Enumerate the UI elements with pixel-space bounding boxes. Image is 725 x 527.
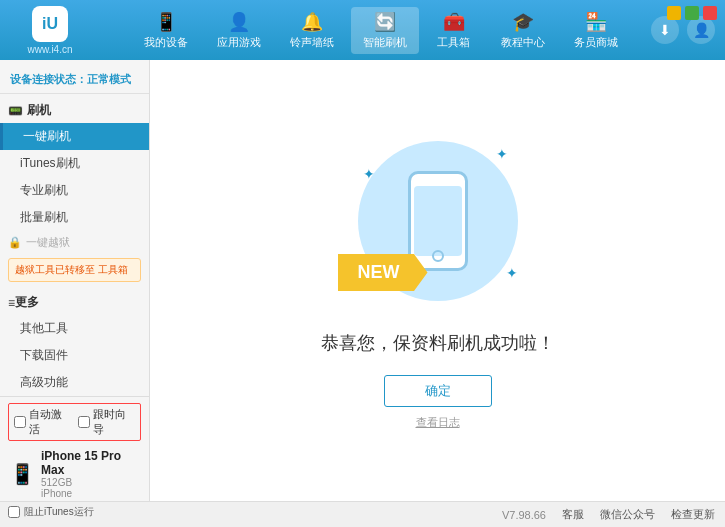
tutorial-icon: 🎓	[512, 11, 534, 33]
status-label: 设备连接状态：	[10, 73, 87, 85]
more-section-icon: ≡	[8, 296, 15, 310]
advanced-label: 高级功能	[20, 375, 68, 389]
sparkle-icon-3: ✦	[506, 265, 518, 281]
success-message: 恭喜您，保资料刷机成功啦！	[321, 331, 555, 355]
other-tools-label: 其他工具	[20, 321, 68, 335]
block-itunes-checkbox[interactable]	[8, 506, 20, 518]
business-icon: 🏪	[585, 11, 607, 33]
flash-section-icon: 📟	[8, 104, 23, 118]
phone-home-button	[432, 250, 444, 262]
ribbon-text: NEW	[358, 262, 400, 282]
nav-tutorial[interactable]: 🎓 教程中心	[489, 7, 557, 54]
nav-business-label: 务员商城	[574, 35, 618, 50]
block-itunes-label: 阻止iTunes运行	[24, 505, 94, 519]
connection-status: 设备连接状态：正常模式	[0, 66, 149, 94]
itunes-row: 阻止iTunes运行	[8, 503, 141, 521]
toolbox-icon: 🧰	[443, 11, 465, 33]
main-nav: 📱 我的设备 👤 应用游戏 🔔 铃声墙纸 🔄 智能刷机 🧰 工具箱 🎓 教程中心…	[110, 7, 651, 54]
new-ribbon: NEW	[338, 254, 428, 291]
device-type: iPhone	[41, 488, 139, 499]
time-guide-checkbox[interactable]	[78, 416, 90, 428]
nav-smart-flash-label: 智能刷机	[363, 35, 407, 50]
nav-tutorial-label: 教程中心	[501, 35, 545, 50]
app-header: iU www.i4.cn 📱 我的设备 👤 应用游戏 🔔 铃声墙纸 🔄 智能刷机…	[0, 0, 725, 60]
user-button[interactable]: 👤	[687, 16, 715, 44]
my-device-icon: 📱	[155, 11, 177, 33]
status-value: 正常模式	[87, 73, 131, 85]
nav-toolbox-label: 工具箱	[437, 35, 470, 50]
phone-screen	[414, 186, 462, 256]
notice-text: 越狱工具已转移至 工具箱	[15, 264, 128, 275]
sparkle-icon-2: ✦	[363, 166, 375, 182]
logo-icon: iU	[32, 6, 68, 42]
smart-flash-icon: 🔄	[374, 11, 396, 33]
auto-activate-row: 自动激活 跟时向导	[8, 403, 141, 441]
phone-body	[408, 171, 468, 271]
nav-ringtones[interactable]: 🔔 铃声墙纸	[278, 7, 346, 54]
ringtones-icon: 🔔	[301, 11, 323, 33]
sidebar-item-one-click-flash[interactable]: 一键刷机	[0, 123, 149, 150]
sparkle-icon-1: ✦	[496, 146, 508, 162]
one-click-flash-label: 一键刷机	[23, 129, 71, 143]
pro-flash-label: 专业刷机	[20, 183, 68, 197]
more-section-header: ≡ 更多	[0, 290, 149, 315]
jailbreak-icon: 🔒	[8, 236, 22, 249]
nav-apps-games-label: 应用游戏	[217, 35, 261, 50]
nav-my-device-label: 我的设备	[144, 35, 188, 50]
flash-section-header: 📟 刷机	[0, 98, 149, 123]
nav-apps-games[interactable]: 👤 应用游戏	[205, 7, 273, 54]
jailbreak-label: 一键越狱	[26, 235, 70, 250]
time-guide-label[interactable]: 跟时向导	[78, 407, 136, 437]
main-layout: 设备连接状态：正常模式 📟 刷机 一键刷机 iTunes刷机 专业刷机 批量刷机…	[0, 60, 725, 501]
device-info: 📱 iPhone 15 Pro Max 512GB iPhone	[8, 445, 141, 503]
auto-activate-label[interactable]: 自动激活	[14, 407, 72, 437]
nav-smart-flash[interactable]: 🔄 智能刷机	[351, 7, 419, 54]
app-logo: iU www.i4.cn	[10, 6, 90, 55]
sidebar-item-itunes-flash[interactable]: iTunes刷机	[0, 150, 149, 177]
footer-customer-service[interactable]: 客服	[562, 507, 584, 522]
download-button[interactable]: ⬇	[651, 16, 679, 44]
device-details: iPhone 15 Pro Max 512GB iPhone	[41, 449, 139, 499]
sidebar-bottom: 自动激活 跟时向导 📱 iPhone 15 Pro Max 512GB iPho…	[0, 396, 149, 527]
auto-activate-checkbox[interactable]	[14, 416, 26, 428]
jailbreak-notice: 越狱工具已转移至 工具箱	[8, 258, 141, 282]
device-name: iPhone 15 Pro Max	[41, 449, 139, 477]
sidebar-item-other-tools[interactable]: 其他工具	[0, 315, 149, 342]
main-content: NEW ✦ ✦ ✦ 恭喜您，保资料刷机成功啦！ 确定 查看日志	[150, 60, 725, 501]
device-storage: 512GB	[41, 477, 139, 488]
apps-games-icon: 👤	[228, 11, 250, 33]
app-version: V7.98.66	[502, 509, 546, 521]
logo-subtitle: www.i4.cn	[27, 44, 72, 55]
maximize-button[interactable]	[685, 6, 699, 20]
header-actions: ⬇ 👤	[651, 16, 715, 44]
batch-flash-label: 批量刷机	[20, 210, 68, 224]
nav-business[interactable]: 🏪 务员商城	[562, 7, 630, 54]
device-phone-icon: 📱	[10, 462, 35, 486]
footer-right: V7.98.66 客服 微信公众号 检查更新	[502, 507, 715, 522]
jailbreak-section-header: 🔒 一键越狱	[0, 231, 149, 254]
view-log-link[interactable]: 查看日志	[416, 415, 460, 430]
sidebar-item-pro-flash[interactable]: 专业刷机	[0, 177, 149, 204]
footer-check-update[interactable]: 检查更新	[671, 507, 715, 522]
minimize-button[interactable]	[667, 6, 681, 20]
nav-toolbox[interactable]: 🧰 工具箱	[424, 7, 484, 54]
close-button[interactable]	[703, 6, 717, 20]
footer-wechat[interactable]: 微信公众号	[600, 507, 655, 522]
confirm-button[interactable]: 确定	[384, 375, 492, 407]
sidebar-item-advanced[interactable]: 高级功能	[0, 369, 149, 396]
more-section-label: 更多	[15, 294, 39, 311]
sidebar-item-download-firmware[interactable]: 下载固件	[0, 342, 149, 369]
nav-ringtones-label: 铃声墙纸	[290, 35, 334, 50]
sidebar: 设备连接状态：正常模式 📟 刷机 一键刷机 iTunes刷机 专业刷机 批量刷机…	[0, 60, 150, 501]
success-illustration: NEW ✦ ✦ ✦	[348, 131, 528, 311]
download-firmware-label: 下载固件	[20, 348, 68, 362]
itunes-flash-label: iTunes刷机	[20, 156, 80, 170]
nav-my-device[interactable]: 📱 我的设备	[132, 7, 200, 54]
flash-section-label: 刷机	[27, 102, 51, 119]
sidebar-item-batch-flash[interactable]: 批量刷机	[0, 204, 149, 231]
